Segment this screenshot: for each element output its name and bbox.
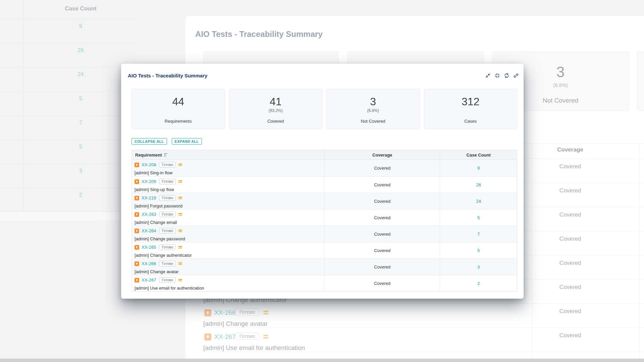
requirement-meta: XX-266 Готово [132, 261, 324, 266]
coverage-cell: Covered [324, 242, 440, 258]
modal-toolbar [485, 73, 519, 78]
priority-medium-icon [178, 164, 182, 166]
table-row[interactable]: XX-209 Готово [admin] Sing-up flow Cover… [132, 176, 517, 193]
sort-icon [164, 153, 167, 157]
requirement-type-icon [135, 278, 139, 283]
requirement-meta: XX-208 Готово [132, 162, 324, 168]
requirement-meta: XX-267 Готово [132, 277, 324, 283]
case-count-link[interactable]: 5 [477, 215, 480, 220]
priority-medium-icon [178, 262, 182, 265]
case-count-column-header: Case Count [440, 150, 517, 160]
summary-card: 44Requirements [131, 89, 225, 129]
priority-medium-icon [178, 279, 182, 281]
case-count-cell: 7 [440, 226, 517, 242]
priority-medium-icon [178, 213, 182, 216]
status-badge: Готово [159, 244, 176, 250]
table-row[interactable]: XX-219 Готово [admin] Forgot password Co… [132, 193, 517, 209]
case-count-link[interactable]: 7 [477, 232, 480, 237]
requirement-cell: XX-265 Готово [admin] Change authenticat… [132, 242, 324, 258]
requirement-cell: XX-219 Готово [admin] Forgot password [132, 193, 324, 209]
summary-card: 312Cases [424, 89, 518, 129]
coverage-column-header: Coverage [324, 150, 440, 160]
requirement-key-link[interactable]: XX-209 [142, 179, 156, 184]
coverage-cell: Covered [324, 160, 440, 176]
table-row[interactable]: XX-263 Готово [admin] Change email Cover… [132, 209, 517, 226]
table-header-row: Requirement Coverage Case Count [132, 150, 517, 160]
lightbulb-icon [135, 180, 139, 183]
summary-card: 41(93.2%)Covered [229, 89, 323, 129]
requirement-key-link[interactable]: XX-219 [142, 195, 156, 200]
requirement-key-link[interactable]: XX-264 [142, 228, 156, 233]
requirement-meta: XX-265 Готово [132, 244, 324, 250]
requirement-type-icon [135, 196, 139, 200]
table-row[interactable]: XX-265 Готово [admin] Change authenticat… [132, 242, 517, 258]
case-count-header-label: Case Count [467, 153, 491, 158]
requirement-type-icon [135, 245, 139, 250]
coverage-cell: Covered [324, 259, 440, 275]
requirement-key-link[interactable]: XX-266 [142, 261, 156, 266]
summary-card-value: 44 [132, 96, 225, 107]
table-row[interactable]: XX-267 Готово [admin] Use email for auth… [132, 275, 517, 291]
requirement-key-link[interactable]: XX-265 [142, 245, 156, 250]
requirement-cell: XX-208 Готово [admin] Sing-in flow [132, 160, 324, 176]
modal-buttons: COLLAPSE ALL EXPAND ALL [131, 138, 202, 145]
priority-medium-icon [178, 197, 182, 199]
shrink-icon[interactable] [485, 73, 491, 78]
summary-card-label: Covered [229, 119, 322, 124]
case-count-cell: 26 [440, 177, 517, 193]
table-row[interactable]: XX-266 Готово [admin] Change avatar Cove… [132, 258, 517, 275]
expand-all-button[interactable]: EXPAND ALL [172, 138, 202, 145]
compress-icon[interactable] [494, 73, 500, 78]
status-badge: Готово [159, 277, 176, 283]
coverage-cell: Covered [324, 193, 440, 209]
requirement-key-link[interactable]: XX-263 [142, 212, 156, 217]
case-count-link[interactable]: 3 [477, 264, 480, 269]
summary-card-percent: (6.8%) [327, 108, 420, 113]
requirement-meta: XX-263 Готово [132, 212, 324, 217]
summary-card-value: 312 [424, 96, 517, 107]
table-row[interactable]: XX-264 Готово [admin] Change password Co… [132, 226, 517, 242]
requirement-summary: [admin] Change authenticator [132, 253, 324, 258]
requirement-type-icon [135, 229, 139, 233]
case-count-link[interactable]: 2 [477, 281, 480, 286]
lightbulb-icon [135, 279, 139, 282]
refresh-icon[interactable] [504, 73, 509, 78]
summary-card-percent: (93.2%) [229, 108, 322, 113]
summary-card-value: 3 [327, 96, 420, 107]
link-icon[interactable] [513, 73, 519, 78]
case-count-link[interactable]: 9 [477, 166, 480, 171]
table-row[interactable]: XX-208 Готово [admin] Sing-in flow Cover… [132, 160, 517, 176]
case-count-cell: 3 [440, 259, 517, 275]
case-count-link[interactable]: 26 [476, 182, 481, 187]
requirement-type-icon [135, 261, 139, 266]
case-count-link[interactable]: 24 [476, 199, 481, 204]
summary-card-value: 41 [229, 96, 322, 107]
summary-card: 3(6.8%)Not Covered [326, 89, 420, 129]
lightbulb-icon [135, 229, 139, 233]
requirement-cell: XX-266 Готово [admin] Change avatar [132, 259, 324, 275]
requirements-table: Requirement Coverage Case Count XX-208 Г… [131, 150, 517, 292]
lightbulb-icon [135, 262, 139, 265]
table-body: XX-208 Готово [admin] Sing-in flow Cover… [132, 160, 517, 291]
requirement-meta: XX-209 Готово [132, 179, 324, 184]
collapse-all-button[interactable]: COLLAPSE ALL [131, 138, 167, 145]
modal-title: AIO Tests - Traceability Summary [128, 73, 207, 78]
summary-card-label: Requirements [132, 119, 225, 124]
screen: Case Count 9262457532 AIO Tests - Tracea… [0, 0, 644, 362]
requirement-key-link[interactable]: XX-267 [142, 278, 156, 283]
case-count-cell: 5 [440, 242, 517, 258]
requirement-cell: XX-209 Готово [admin] Sing-up flow [132, 177, 324, 193]
requirement-cell: XX-264 Готово [admin] Change password [132, 226, 324, 242]
coverage-header-label: Coverage [372, 153, 392, 158]
requirement-type-icon [135, 179, 139, 184]
requirement-header-label: Requirement [135, 153, 162, 158]
lightbulb-icon [135, 246, 139, 249]
priority-medium-icon [178, 180, 182, 183]
summary-card-label: Not Covered [327, 119, 420, 124]
requirement-key-link[interactable]: XX-208 [142, 162, 156, 167]
requirement-column-header[interactable]: Requirement [132, 150, 324, 160]
lightbulb-icon [135, 163, 139, 167]
case-count-cell: 5 [440, 209, 517, 226]
case-count-link[interactable]: 5 [477, 248, 480, 253]
requirement-cell: XX-263 Готово [admin] Change email [132, 209, 324, 226]
